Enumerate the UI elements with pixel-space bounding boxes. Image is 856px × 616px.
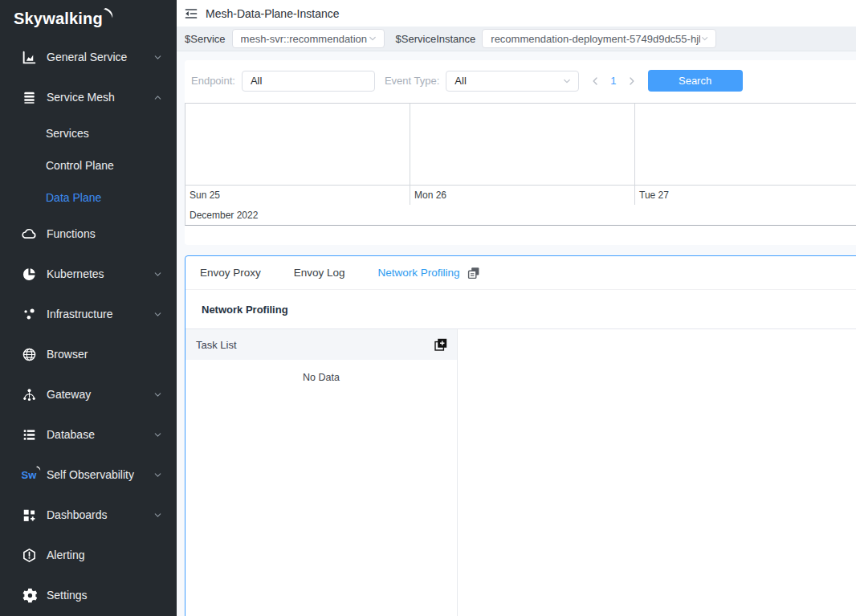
service-instance-select[interactable]: recommendation-deployment-5749d9dc55-hjl… [482,29,716,48]
sidebar-item-label: Functions [47,227,162,240]
dashboard-content: Endpoint: Event Type: All 1 [177,51,856,616]
sidebar: Skywalking General Service Service Mesh … [0,0,177,616]
event-type-select[interactable]: All [446,71,579,92]
timeline-cell [410,104,635,185]
timeline-cell [185,104,410,185]
tab-envoy-proxy[interactable]: Envoy Proxy [200,267,261,279]
dashboard-selector-bar: $Service mesh-svr::recommendation $Servi… [177,27,856,51]
timeline-day-label: Sun 25 [185,186,410,205]
gateway-network-icon [21,386,37,402]
event-type-label: Event Type: [385,75,439,87]
dashboard-grid-icon [21,507,37,523]
sidebar-item-data-plane[interactable]: Data Plane [0,182,177,214]
chevron-down-icon [368,34,377,43]
pager-current-page[interactable]: 1 [610,75,616,87]
cloud-icon [21,226,37,242]
dots-icon [21,306,37,322]
events-timeline: Sun 25 Mon 26 Tue 27 December 2022 [185,103,856,226]
sidebar-item-label: Infrastructure [47,308,153,320]
task-list-bar: Task List [185,329,457,360]
sidebar-item-label: Alerting [47,549,162,561]
chevron-down-icon [153,270,162,279]
no-data-message: No Data [185,372,457,383]
chevron-down-icon [700,34,709,43]
chevron-down-icon [153,390,162,399]
endpoint-label: Endpoint: [191,75,235,87]
main-area: Mesh-Data-Plane-Instance $Service mesh-s… [177,0,856,616]
sidebar-item-label: Database [47,428,153,441]
logo-swoosh-icon [104,8,114,20]
task-list-label: Task List [196,339,237,351]
sidebar-item-label: Gateway [47,388,153,401]
sidebar-item-control-plane[interactable]: Control Plane [0,149,177,182]
chevron-down-icon [153,471,162,479]
globe-icon [21,346,37,362]
timeline-cell [635,104,856,185]
search-button[interactable]: Search [648,70,743,92]
sidebar-item-infrastructure[interactable]: Infrastructure [0,294,177,334]
sidebar-item-service-mesh[interactable]: Service Mesh [0,77,177,117]
app-logo[interactable]: Skywalking [0,0,177,37]
sidebar-item-label: General Service [47,51,153,63]
alert-hexagon-icon [21,547,37,563]
sidebar-item-general-service[interactable]: General Service [0,37,177,77]
sidebar-item-services[interactable]: Services [0,117,177,149]
chart-icon [21,49,37,65]
tabs-row: Envoy Proxy Envoy Log Network Profiling [185,256,856,290]
logo-text: Skywalking [14,10,103,28]
sidebar-item-label: Dashboards [47,508,153,521]
chevron-down-icon [153,310,162,319]
copy-icon[interactable] [467,267,480,279]
new-task-icon[interactable] [434,337,448,352]
app-window: Skywalking General Service Service Mesh … [0,0,856,616]
sidebar-item-browser[interactable]: Browser [0,334,177,374]
sidebar-item-label: Settings [47,589,162,602]
chevron-up-icon [153,93,162,102]
sidebar-item-dashboards[interactable]: Dashboards [0,495,177,535]
sidebar-item-functions[interactable]: Functions [0,214,177,254]
sidebar-item-kubernetes[interactable]: Kubernetes [0,254,177,294]
collapse-sidebar-icon[interactable] [185,7,198,20]
kubernetes-icon [21,266,37,282]
network-profiling-body: Task List No Data [185,329,856,616]
timeline-cells [185,104,856,185]
tabs-widget: Envoy Proxy Envoy Log Network Profiling … [185,255,856,616]
timeline-month-label: December 2022 [185,205,856,225]
gear-icon [21,587,37,603]
sidebar-item-settings[interactable]: Settings [0,575,177,615]
page-titlebar: Mesh-Data-Plane-Instance [177,0,856,27]
event-type-select-value: All [454,75,466,87]
pager-prev-icon[interactable] [587,76,603,86]
sidebar-item-self-observability[interactable]: Sw Self Observability [0,455,177,495]
service-instance-label: $ServiceInstance [396,33,476,45]
sidebar-item-label: Services [46,127,89,140]
events-widget: Endpoint: Event Type: All 1 [185,60,856,245]
tab-network-profiling[interactable]: Network Profiling [378,267,480,279]
sidebar-item-label: Self Observability [47,468,153,481]
service-label: $Service [185,33,226,45]
pager-next-icon[interactable] [624,76,640,86]
skywalking-sw-icon: Sw [21,467,37,483]
events-pager: 1 [587,75,639,87]
sidebar-item-label: Kubernetes [47,267,153,280]
service-select-value: mesh-svr::recommendation [241,33,368,45]
chevron-down-icon [153,53,162,62]
network-profiling-header: Network Profiling [185,290,856,329]
timeline-day-label: Mon 26 [410,186,635,205]
sidebar-item-label: Service Mesh [47,91,153,104]
service-select[interactable]: mesh-svr::recommendation [232,29,385,48]
page-title: Mesh-Data-Plane-Instance [206,7,340,20]
chevron-down-icon [562,76,572,86]
chevron-down-icon [153,511,162,520]
sidebar-item-label: Control Plane [46,159,114,172]
sidebar-item-database[interactable]: Database [0,414,177,455]
list-icon [21,426,37,443]
mesh-stack-icon [21,89,37,105]
sidebar-item-alerting[interactable]: Alerting [0,535,177,575]
sidebar-item-gateway[interactable]: Gateway [0,374,177,414]
timeline-day-label: Tue 27 [635,186,856,205]
tab-envoy-log[interactable]: Envoy Log [294,267,345,279]
endpoint-input[interactable] [242,71,375,92]
events-filter-row: Endpoint: Event Type: All 1 [185,60,856,92]
timeline-day-labels: Sun 25 Mon 26 Tue 27 [185,185,856,205]
